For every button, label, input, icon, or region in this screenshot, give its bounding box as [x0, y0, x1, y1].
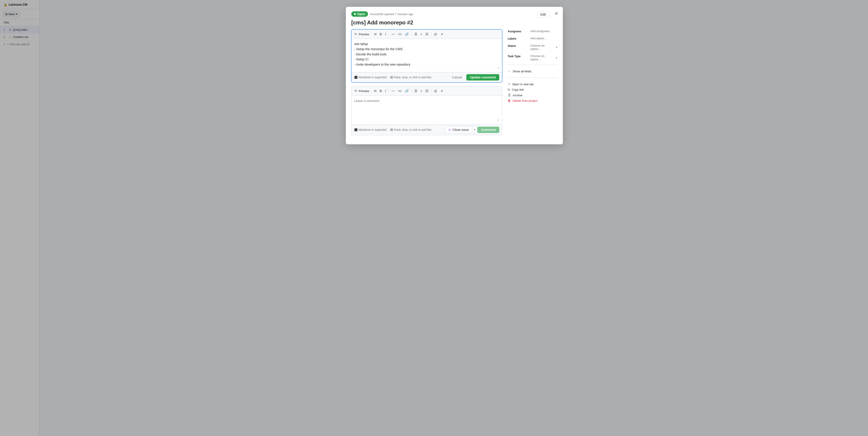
task-type-chevron: ▾ — [556, 56, 557, 59]
fields-icon: ⋯ — [508, 69, 511, 73]
image-icon-1: 🖼 — [390, 76, 393, 79]
editor-footer-1: ⬛ Markdown is supported 🖼 Paste, drop, o… — [351, 72, 502, 82]
toolbar-link-2[interactable]: 🔗 — [403, 88, 410, 94]
files-text-2: Paste, drop, or click to add files — [394, 128, 432, 132]
toolbar-bold[interactable]: B — [378, 31, 383, 37]
issue-modal: ✕ Edit Open Konosh93 opened 7 minutes ag… — [346, 7, 563, 144]
archive-link[interactable]: 🗄 Archive — [508, 92, 557, 98]
toolbar-divider-5 — [411, 89, 412, 93]
copy-icon: ⧉ — [508, 88, 510, 92]
assignees-row: Assignees Add assignees... — [508, 29, 557, 33]
archive-label: Archive — [513, 94, 522, 97]
toolbar-ordered-list-2[interactable]: ≡ — [419, 88, 424, 94]
labels-row: Labels Add labels... — [508, 37, 557, 40]
editor-textarea-1[interactable]: ### What - Setup the monorepo for the CM… — [354, 41, 499, 69]
issue-meta: Konosh93 opened 7 minutes ago — [370, 12, 413, 16]
toolbar-group-2: H B I — <> 🔗 ☰ ≡ ☑ @ — [373, 88, 444, 94]
modal-main-content: 👁 Preview H B I — <> 🔗 ☰ — [351, 29, 502, 139]
status-row-meta: Status Choose an option... ▾ — [508, 44, 557, 51]
image-icon-2: 🖼 — [390, 128, 393, 132]
copy-link-link[interactable]: ⧉ Copy link — [508, 87, 557, 92]
toolbar-task-list[interactable]: ☑ — [424, 31, 430, 37]
labels-value[interactable]: Add labels... — [530, 37, 547, 40]
close-issue-label: Close issue — [453, 128, 469, 132]
toolbar-code[interactable]: <> — [397, 31, 403, 37]
preview-tab-2[interactable]: 👁 Preview — [354, 89, 369, 93]
status-value[interactable]: Choose an option... ▾ — [530, 44, 557, 51]
files-label-1[interactable]: 🖼 Paste, drop, or click to add files — [390, 76, 432, 79]
markdown-label-1: ⬛ Markdown is supported — [354, 76, 386, 79]
comment-button[interactable]: Comment — [477, 127, 499, 133]
toolbar-mention[interactable]: @ — [433, 31, 438, 37]
close-issue-dropdown[interactable]: ▾ — [472, 127, 477, 133]
cancel-button[interactable]: Cancel — [450, 74, 465, 81]
preview-tab-1[interactable]: 👁 Preview — [354, 32, 369, 36]
edit-button[interactable]: Edit — [537, 11, 549, 18]
task-type-value[interactable]: Choose an option... ▾ — [530, 54, 557, 61]
editor-content-1[interactable]: ### What - Setup the monorepo for the CM… — [351, 39, 502, 72]
toolbar-group-1: H B I — <> 🔗 ☰ ≡ ☑ @ — [373, 31, 444, 37]
delete-from-project-link[interactable]: 🗑 Delete from project — [508, 98, 557, 103]
toolbar-italic[interactable]: I — [384, 31, 388, 37]
toolbar-divider-2 — [411, 32, 412, 36]
toolbar-code-2[interactable]: <> — [397, 88, 403, 94]
status-chevron: ▾ — [556, 46, 557, 49]
issue-title: [cms] Add monorepo #2 — [351, 20, 557, 26]
close-issue-icon: ⊙ — [448, 128, 451, 132]
copy-link-label: Copy link — [512, 88, 524, 91]
modal-body: 👁 Preview H B I — <> 🔗 ☰ — [346, 29, 563, 144]
toolbar-quote-2[interactable]: — — [390, 88, 396, 94]
modal-header: Open Konosh93 opened 7 minutes ago [cms]… — [346, 7, 563, 26]
editor-section-1: 👁 Preview H B I — <> 🔗 ☰ — [351, 29, 502, 83]
toolbar-attach-2[interactable]: ↗ — [439, 88, 444, 94]
archive-icon: 🗄 — [508, 93, 511, 97]
toolbar-heading[interactable]: H — [373, 31, 378, 37]
show-all-label: Show all fields — [513, 70, 531, 73]
status-label-meta: Status — [508, 44, 530, 48]
toolbar-heading-2[interactable]: H — [373, 88, 378, 94]
preview-label-1: Preview — [359, 33, 369, 36]
editor-comment-area[interactable] — [351, 96, 502, 124]
show-all-fields-link[interactable]: ⋯ Show all fields — [508, 68, 557, 74]
assignees-value[interactable]: Add assignees... — [530, 29, 552, 33]
files-text-1: Paste, drop, or click to add files — [394, 76, 432, 79]
status-badge: Open — [351, 11, 368, 17]
toolbar-divider-3 — [431, 32, 431, 36]
modal-close-button[interactable]: ✕ — [554, 10, 559, 17]
trash-icon: 🗑 — [508, 99, 511, 103]
close-issue-button[interactable]: ⊙ Close issue — [445, 126, 472, 133]
toolbar-mention-2[interactable]: @ — [433, 88, 438, 94]
comment-textarea[interactable] — [354, 98, 499, 121]
toolbar-italic-2[interactable]: I — [384, 88, 388, 94]
footer-right-2: ⊙ Close issue ▾ Comment — [445, 126, 499, 133]
toolbar-link[interactable]: 🔗 — [403, 31, 410, 37]
footer-left-2: ⬛ Markdown is supported 🖼 Paste, drop, o… — [354, 128, 432, 132]
toolbar-divider-4 — [389, 89, 389, 93]
markdown-text-2: Markdown is supported — [359, 128, 386, 132]
editor-toolbar-2: 👁 Preview H B I — <> 🔗 ☰ — [351, 86, 502, 96]
markdown-icon-2: ⬛ — [354, 128, 358, 132]
toolbar-divider — [389, 32, 389, 36]
toolbar-bold-2[interactable]: B — [378, 88, 383, 94]
markdown-icon-1: ⬛ — [354, 76, 358, 79]
editor-toolbar-1: 👁 Preview H B I — <> 🔗 ☰ — [351, 30, 502, 39]
open-in-new-tab-link[interactable]: ↗ Open in new tab — [508, 81, 557, 87]
markdown-text-1: Markdown is supported — [359, 76, 386, 79]
task-type-label: Task Type — [508, 54, 530, 58]
toolbar-task-list-2[interactable]: ☑ — [424, 88, 430, 94]
open-tab-label: Open in new tab — [512, 83, 534, 86]
toolbar-unordered-list[interactable]: ☰ — [413, 31, 418, 37]
footer-right-1: Cancel Update comment — [450, 74, 499, 81]
toolbar-unordered-list-2[interactable]: ☰ — [413, 88, 418, 94]
toolbar-ordered-list[interactable]: ≡ — [419, 31, 424, 37]
modal-overlay: ✕ Edit Open Konosh93 opened 7 minutes ag… — [0, 0, 868, 436]
files-label-2[interactable]: 🖼 Paste, drop, or click to add files — [390, 128, 432, 132]
status-label: Open — [357, 12, 365, 16]
delete-label: Delete from project — [513, 99, 537, 103]
toolbar-attach[interactable]: ↗ — [439, 31, 444, 37]
eye-icon-1: 👁 — [354, 32, 358, 36]
external-link-icon: ↗ — [508, 82, 510, 86]
update-comment-button[interactable]: Update comment — [466, 74, 499, 81]
toolbar-quote[interactable]: — — [390, 31, 396, 37]
assignees-label: Assignees — [508, 29, 530, 33]
